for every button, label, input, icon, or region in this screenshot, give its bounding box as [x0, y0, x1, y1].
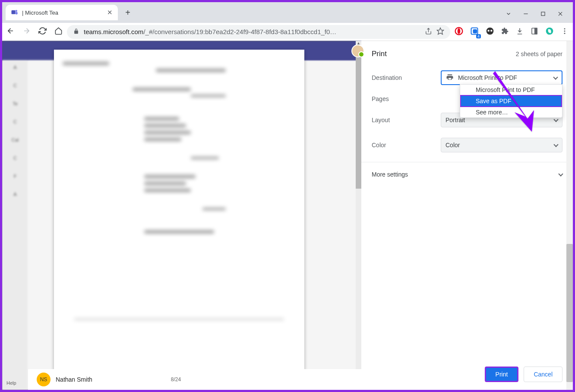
svg-rect-16: [535, 28, 537, 34]
svg-rect-4: [541, 12, 545, 16]
svg-point-1: [16, 10, 18, 12]
extension-devtools-icon[interactable]: 4: [470, 27, 479, 37]
home-icon[interactable]: [54, 27, 63, 37]
destination-select[interactable]: Microsoft Print to PDF: [441, 70, 562, 85]
tab-title: | Microsoft Tea: [22, 9, 58, 16]
svg-point-13: [488, 30, 490, 32]
extension-opera-icon[interactable]: [455, 27, 463, 37]
teams-favicon-icon: [11, 9, 19, 16]
bookmark-star-icon[interactable]: [436, 27, 444, 36]
dropdown-option-ms-print-pdf[interactable]: Microsoft Print to PDF: [460, 85, 562, 95]
print-dialog: Print 2 sheets of paper Destination Micr…: [361, 41, 573, 390]
contact-name: Nathan Smith: [56, 376, 92, 383]
chat-list-item[interactable]: NS Nathan Smith 8/24: [28, 369, 361, 390]
tab-close-icon[interactable]: ✕: [107, 9, 113, 16]
downloads-icon[interactable]: [516, 27, 524, 37]
forward-icon: [22, 27, 31, 37]
window-controls: [505, 11, 573, 23]
color-label: Color: [372, 142, 441, 149]
print-preview-pane: A C Te C Cal C F A: [2, 41, 361, 390]
chevron-down-icon: [553, 142, 558, 147]
minimize-icon[interactable]: [523, 11, 529, 19]
back-icon[interactable]: [6, 27, 15, 37]
content-area: A C Te C Cal C F A: [2, 41, 573, 390]
chevron-down-icon: [553, 75, 558, 79]
tab-strip: | Microsoft Tea ✕ +: [2, 2, 134, 23]
url-text: teams.microsoft.com/_#/conversations/19:…: [84, 28, 420, 35]
color-select[interactable]: Color: [441, 138, 562, 152]
printer-icon: [446, 73, 454, 82]
extensions-puzzle-icon[interactable]: [501, 27, 509, 37]
address-bar[interactable]: teams.microsoft.com/_#/conversations/19:…: [67, 25, 450, 39]
extension-avatar-icon[interactable]: [486, 27, 494, 37]
contact-avatar: NS: [37, 373, 51, 386]
profile-avatar[interactable]: [351, 44, 364, 57]
svg-point-14: [490, 30, 492, 32]
chevron-down-icon: [558, 171, 563, 176]
svg-marker-7: [437, 28, 444, 35]
new-tab-button[interactable]: +: [121, 6, 134, 19]
print-title: Print: [372, 50, 387, 58]
svg-point-19: [564, 30, 566, 32]
browser-tab[interactable]: | Microsoft Tea ✕: [6, 5, 118, 20]
close-window-icon[interactable]: [557, 11, 563, 19]
dropdown-option-save-as-pdf[interactable]: Save as PDF: [460, 95, 562, 107]
dropdown-option-see-more[interactable]: See more…: [460, 107, 562, 117]
chat-date: 8/24: [171, 376, 181, 383]
pdf-preview-page: [54, 50, 304, 371]
svg-point-20: [564, 32, 566, 34]
layout-label: Layout: [372, 117, 441, 123]
maximize-icon[interactable]: [540, 11, 546, 19]
destination-label: Destination: [372, 74, 441, 81]
preview-scrollbar[interactable]: ▲ ▼: [356, 41, 361, 390]
svg-point-12: [487, 27, 494, 35]
svg-rect-2: [16, 12, 18, 15]
svg-point-9: [458, 28, 461, 34]
svg-point-18: [564, 28, 566, 29]
destination-dropdown: Microsoft Print to PDF Save as PDF See m…: [460, 84, 562, 118]
titlebar: | Microsoft Tea ✕ +: [2, 2, 573, 23]
menu-dots-icon[interactable]: [561, 27, 569, 37]
destination-value: Microsoft Print to PDF: [458, 74, 517, 81]
svg-rect-11: [474, 29, 477, 33]
window-scrollbar[interactable]: [566, 41, 573, 390]
extension-badge: 4: [476, 34, 481, 38]
print-button[interactable]: Print: [485, 367, 519, 382]
lock-icon: [73, 28, 79, 36]
extension-surfshark-icon[interactable]: [545, 27, 554, 37]
reading-list-icon[interactable]: [531, 27, 538, 37]
help-label[interactable]: Help: [6, 380, 16, 386]
svg-rect-0: [12, 10, 16, 14]
sheet-count: 2 sheets of paper: [516, 51, 562, 57]
pages-label: Pages: [372, 95, 441, 102]
chevron-down-icon[interactable]: [505, 11, 512, 19]
browser-toolbar: teams.microsoft.com/_#/conversations/19:…: [2, 23, 573, 41]
reload-icon[interactable]: [38, 27, 47, 37]
color-value: Color: [445, 142, 460, 149]
share-icon[interactable]: [425, 28, 432, 36]
teams-nav-rail: A C Te C Cal C F A: [2, 60, 28, 390]
more-settings-toggle[interactable]: More settings: [361, 162, 573, 187]
cancel-button[interactable]: Cancel: [524, 367, 562, 382]
